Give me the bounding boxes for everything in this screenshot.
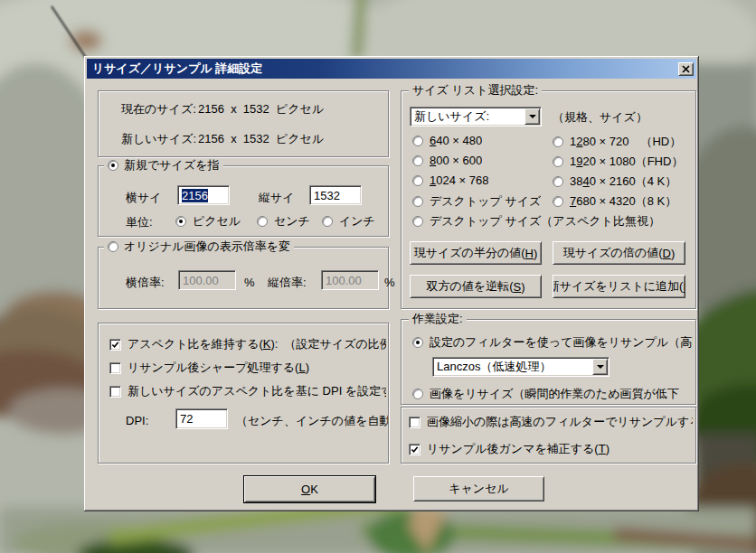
filter-combo-dropdown[interactable] — [592, 359, 608, 375]
height-input[interactable]: 1532 — [309, 185, 362, 205]
check-icon — [411, 445, 419, 454]
width-value: 2156 — [182, 189, 208, 202]
sharpen-checkbox[interactable] — [109, 362, 121, 374]
ok-button[interactable]: OK — [244, 476, 375, 502]
new-size-group: 新規でサイズを指 横サイ 2156 縦サイ 1532 単位: ピクセル センチ … — [98, 165, 389, 237]
keep-aspect-option[interactable]: アスペクト比を維持する(K): （設定サイズの比例 — [109, 336, 386, 352]
size-option-desktop[interactable]: デスクトップ サイズ — [412, 193, 541, 210]
fast-filter-checkbox[interactable] — [409, 417, 421, 428]
resample-label: 設定のフィルターを使って画像をリサンプル（高画 — [430, 334, 693, 351]
dpi-value: 72 — [180, 412, 193, 426]
width-input[interactable]: 2156 — [177, 185, 230, 205]
gamma-checkbox[interactable] — [409, 444, 421, 455]
h-percent: % — [244, 276, 255, 289]
size-1280-label: 1280 × 720 （HD） — [570, 134, 681, 150]
size-3840-radio[interactable] — [553, 176, 563, 187]
size-7680-label: 7680 × 4320（8 K） — [570, 193, 676, 210]
size-option-1024[interactable]: 1024 × 768 — [412, 173, 488, 187]
dpi-label: DPI: — [126, 414, 148, 427]
right-options-box: 画像縮小の際は高速のフィルターでリサンプルする リサンプル後ガンマを補正する(T… — [401, 407, 696, 464]
fast-filter-label: 画像縮小の際は高速のフィルターでリサンプルする — [427, 414, 693, 430]
unit-pixel-label: ピクセル — [193, 213, 241, 230]
double-size-button[interactable]: 現サイズの倍の値(D) — [553, 241, 685, 265]
size-option-3840[interactable]: 3840 × 2160（4 K） — [553, 173, 690, 190]
height-value: 1532 — [314, 189, 340, 202]
swap-values-button[interactable]: 双方の値を逆転(S) — [410, 275, 542, 298]
size-1920-label: 1920 × 1080（FHD） — [570, 154, 683, 170]
v-scale-value: 100.00 — [326, 274, 362, 287]
sharpen-option[interactable]: リサンプル後シャープ処理する(L) — [109, 360, 386, 376]
gamma-option[interactable]: リサンプル後ガンマを補正する(T) — [409, 441, 693, 457]
size-option-7680[interactable]: 7680 × 4320（8 K） — [553, 193, 690, 210]
size-option-desktop-noaspect[interactable]: デスクトップ サイズ（アスペクト比無視） — [412, 213, 689, 230]
work-settings-group: 作業設定: 設定のフィルターを使って画像をリサンプル（高画 Lanczos（低速… — [401, 319, 696, 405]
unit-pixel-radio[interactable] — [175, 216, 186, 227]
unit-inch-label: インチ — [339, 213, 375, 230]
filter-combo-value: Lanczos（低速処理） — [433, 359, 591, 375]
unit-label: 単位: — [126, 215, 153, 229]
current-size-label: 現在のサイズ: — [121, 102, 196, 116]
size-7680-radio[interactable] — [553, 196, 563, 207]
gamma-label: リサンプル後ガンマを補正する(T) — [427, 441, 610, 457]
resize-option[interactable]: 画像をリサイズ（瞬間的作業のため画質が低下 — [412, 386, 693, 402]
size-1024-radio[interactable] — [412, 175, 423, 186]
size-list-combobox[interactable]: 新しいサイズ: — [410, 107, 542, 127]
size-640-label: 640 × 480 — [430, 134, 482, 147]
size-800-radio[interactable] — [412, 155, 423, 166]
dialog-title: リサイズ／リサンプル 詳細設定 — [92, 61, 262, 77]
size-list-combo-value: 新しいサイズ: — [411, 108, 524, 125]
unit-cm-option[interactable]: センチ — [257, 213, 310, 230]
size-list-combo-dropdown[interactable] — [524, 108, 540, 125]
resample-radio[interactable] — [412, 337, 423, 348]
scale-group-label: オリジナル画像の表示倍率を変 — [124, 239, 290, 254]
size-640-radio[interactable] — [412, 136, 423, 146]
keep-aspect-label: アスペクト比を維持する(K): （設定サイズの比例 — [128, 336, 386, 352]
scale-radio[interactable] — [108, 241, 118, 252]
left-options-box: アスペクト比を維持する(K): （設定サイズの比例 リサンプル後シャープ処理する… — [98, 323, 389, 464]
check-icon — [111, 341, 119, 349]
work-settings-label: 作業設定: — [409, 312, 467, 326]
keep-aspect-checkbox[interactable] — [109, 339, 121, 351]
screenshot-root: リサイズ／リサンプル 詳細設定 現在のサイズ: 2156 x 1532 ピクセル… — [0, 0, 756, 553]
dpi-note: （センチ、インチの値を自動設 — [236, 414, 388, 427]
size-1280-radio[interactable] — [553, 136, 563, 147]
size-desktop-noaspect-radio[interactable] — [412, 216, 423, 227]
size-option-1920[interactable]: 1920 × 1080（FHD） — [553, 154, 690, 170]
size-1024-label: 1024 × 768 — [430, 173, 488, 187]
width-label: 横サイ — [126, 191, 162, 204]
dpi-input[interactable]: 72 — [175, 408, 228, 429]
dropdown-arrow-icon — [597, 365, 604, 369]
size-list-note: （規格、サイズ） — [553, 110, 647, 124]
unit-inch-radio[interactable] — [322, 216, 333, 227]
dialog-titlebar[interactable]: リサイズ／リサンプル 詳細設定 — [87, 59, 696, 79]
size-list-group-label: サイズ リスト選択設定: — [409, 83, 542, 98]
new-size-radio[interactable] — [108, 160, 118, 171]
dpi-aspect-checkbox[interactable] — [109, 386, 121, 398]
size-option-640[interactable]: 640 × 480 — [412, 134, 482, 147]
filter-combobox[interactable]: Lanczos（低速処理） — [432, 357, 610, 377]
h-scale-input: 100.00 — [178, 270, 236, 290]
unit-inch-option[interactable]: インチ — [322, 213, 375, 230]
fast-filter-option[interactable]: 画像縮小の際は高速のフィルターでリサンプルする — [409, 414, 693, 430]
size-option-800[interactable]: 800 × 600 — [412, 154, 482, 167]
size-desktop-label: デスクトップ サイズ — [430, 193, 541, 210]
cancel-button[interactable]: キャンセル — [413, 476, 544, 501]
add-to-list-button[interactable]: 新サイズをリストに追加(I) — [553, 275, 685, 298]
size-option-1280[interactable]: 1280 × 720 （HD） — [553, 134, 690, 150]
size-desktop-noaspect-label: デスクトップ サイズ（アスペクト比無視） — [430, 213, 660, 230]
new-size-label: 新しいサイズ: — [121, 132, 196, 145]
resample-option[interactable]: 設定のフィルターを使って画像をリサンプル（高画 — [412, 334, 693, 351]
size-1920-radio[interactable] — [553, 156, 563, 167]
scale-group: オリジナル画像の表示倍率を変 横倍率: 100.00 % 縦倍率: 100.00… — [98, 247, 389, 309]
unit-cm-radio[interactable] — [257, 216, 268, 227]
v-percent: % — [384, 276, 395, 289]
dpi-aspect-label: 新しいサイズのアスペクト比を基に DPI を設定する — [128, 383, 386, 399]
close-button[interactable] — [678, 62, 694, 76]
half-size-button[interactable]: 現サイズの半分の値(H) — [410, 241, 542, 265]
dropdown-arrow-icon — [529, 115, 536, 118]
size-list-group: サイズ リスト選択設定: 新しいサイズ: （規格、サイズ） 640 × 480 … — [401, 90, 696, 309]
unit-pixel-option[interactable]: ピクセル — [175, 213, 241, 230]
size-desktop-radio[interactable] — [412, 196, 423, 207]
resize-radio[interactable] — [412, 389, 423, 399]
dpi-aspect-option[interactable]: 新しいサイズのアスペクト比を基に DPI を設定する — [109, 383, 386, 399]
